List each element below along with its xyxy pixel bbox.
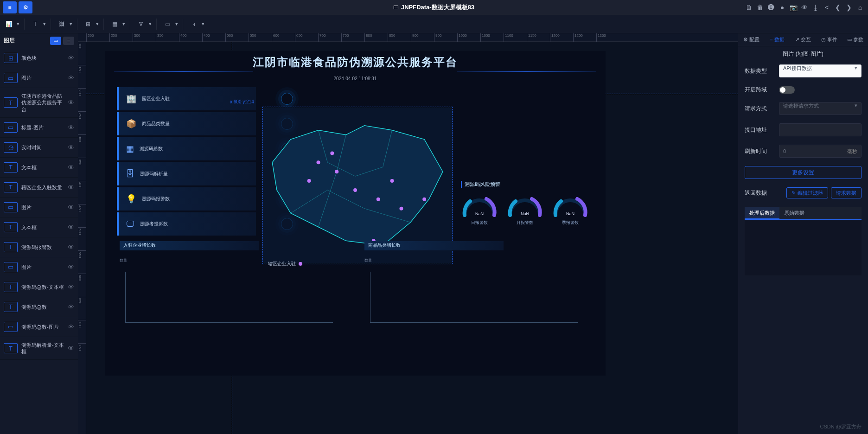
download-icon[interactable]: ⭳ — [811, 2, 821, 13]
home-icon[interactable]: ⌂ — [855, 2, 865, 13]
header-actions: 🗎 🗑 🅒 ● 📷 👁 ⭳ < ❮ ❯ ⌂ — [744, 2, 865, 13]
tab-icon: ◷ — [821, 37, 826, 43]
layer-label: 溯源码总数-文本框 — [21, 284, 64, 290]
map[interactable] — [262, 107, 453, 264]
eye-icon[interactable]: 👁 — [68, 184, 74, 191]
canvas-area[interactable]: 2002503003504004505005506006507007508008… — [78, 33, 738, 434]
layer-label: 溯源码总数-图片 — [21, 324, 64, 330]
tool-chart[interactable]: 📊 — [3, 15, 15, 33]
layer-item[interactable]: ▭图片👁 — [0, 257, 78, 277]
layer-item[interactable]: ▭图片👁 — [0, 198, 78, 217]
props-tab-事件[interactable]: ◷事件 — [816, 33, 842, 46]
layer-type-icon: ▭ — [4, 202, 18, 212]
layer-item[interactable]: ▭标题-图片👁 — [0, 118, 78, 138]
input-url[interactable] — [779, 123, 862, 136]
button-request-data[interactable]: 请求数据 — [831, 187, 862, 198]
layer-view-thumb[interactable]: ▭ — [50, 37, 61, 45]
props-tab-数据[interactable]: ≡数据 — [764, 33, 790, 46]
eye-icon[interactable]: 👁 — [68, 74, 74, 82]
stat-list: 🏢园区企业入驻📦商品品类数量▦溯源码总数🗄溯源码解析量💡溯源码报警数🖵溯源者投诉… — [117, 87, 256, 237]
tab-raw-data[interactable]: 原始数据 — [779, 207, 809, 219]
select-method[interactable]: 请选择请求方式 — [779, 102, 862, 115]
toggle-cors[interactable] — [779, 86, 795, 94]
stat-icon: 🗄 — [126, 169, 134, 179]
eye-icon[interactable]: 👁 — [68, 345, 74, 352]
tool-image[interactable]: 🖼 — [56, 15, 68, 33]
share-icon[interactable]: < — [822, 2, 832, 13]
layer-item[interactable]: T溯源码报警数👁 — [0, 237, 78, 257]
layer-item[interactable]: T江阴市临港食品防伪溯源公共服务平台👁 — [0, 88, 78, 118]
layer-item[interactable]: T溯源码总数-文本框👁 — [0, 277, 78, 297]
stat-row[interactable]: 💡溯源码报警数 — [117, 187, 256, 211]
eye-icon[interactable]: 👁 — [68, 204, 74, 211]
tool-frame[interactable]: ▭ — [161, 15, 173, 33]
layer-label: 溯源码总数 — [21, 304, 64, 310]
props-tab-交互[interactable]: ↗交互 — [790, 33, 816, 46]
eye-icon[interactable]: 👁 — [68, 323, 74, 331]
stat-row[interactable]: ▦溯源码总数 — [117, 137, 256, 160]
eye-icon[interactable]: 👁 — [68, 223, 74, 231]
layer-item[interactable]: T文本框👁 — [0, 158, 78, 178]
layer-type-icon: T — [4, 97, 18, 108]
layer-item[interactable]: ◷实时时间👁 — [0, 138, 78, 158]
trash-icon[interactable]: 🗑 — [755, 2, 765, 13]
app-header: ≡ ⚙ JNPFData-数据大屏模板83 🗎 🗑 🅒 ● 📷 👁 ⭳ < ❮ … — [0, 0, 868, 15]
eye-icon[interactable]: 👁 — [68, 99, 74, 106]
layer-view-list[interactable]: ≡ — [63, 37, 74, 45]
eye-icon[interactable]: 👁 — [68, 124, 74, 131]
tool-text[interactable]: T — [29, 15, 41, 33]
bulb-icon[interactable]: ● — [777, 2, 787, 13]
eye-icon[interactable]: 👁 — [799, 2, 810, 13]
select-data-type[interactable]: API接口数据 — [779, 64, 862, 77]
dashboard-stage[interactable]: 江阴市临港食品防伪溯源公共服务平台 2024-04-02 11:08:31 🏢园… — [105, 51, 606, 376]
layer-label: 图片 — [21, 264, 64, 270]
layer-type-icon: T — [4, 302, 18, 312]
svg-point-1 — [335, 170, 338, 173]
stat-row[interactable]: 📦商品品类数量 — [117, 112, 256, 135]
layer-item[interactable]: ▭溯源码总数-图片👁 — [0, 317, 78, 337]
input-refresh[interactable]: 0毫秒 — [779, 145, 862, 158]
stat-row[interactable]: 🖵溯源者投诉数 — [117, 212, 256, 236]
menu-button[interactable]: ≡ — [3, 1, 17, 13]
button-more-settings[interactable]: 更多设置 — [745, 166, 862, 179]
coordinate-readout: x:600 y:214 — [230, 99, 254, 104]
nav-right-icon[interactable]: ❯ — [844, 2, 854, 13]
layer-item[interactable]: ⊞颜色块👁 — [0, 48, 78, 68]
props-tab-参数[interactable]: ▭参数 — [842, 33, 868, 46]
layer-label: 标题-图片 — [21, 124, 64, 131]
layer-item[interactable]: T溯源码解析量-文本框👁 — [0, 337, 78, 360]
layer-item[interactable]: ▭图片👁 — [0, 68, 78, 88]
props-tab-配置[interactable]: ⚙配置 — [738, 33, 764, 46]
settings-button[interactable]: ⚙ — [19, 1, 32, 13]
tool-brush[interactable]: ⫞ — [188, 15, 200, 33]
layer-type-icon: ⊞ — [4, 53, 18, 63]
dup-icon[interactable]: 🅒 — [766, 2, 776, 13]
eye-icon[interactable]: 👁 — [68, 263, 74, 271]
eye-icon[interactable]: 👁 — [68, 164, 74, 171]
footer-credit: CSDN @罗亚方舟 — [820, 423, 862, 430]
layer-item[interactable]: T辖区企业入驻数量👁 — [0, 178, 78, 198]
doc-icon[interactable]: 🗎 — [744, 2, 754, 13]
stat-row[interactable]: 🏢园区企业入驻 — [117, 87, 256, 110]
stat-row[interactable]: 🗄溯源码解析量 — [117, 162, 256, 185]
tool-table[interactable]: ▦ — [108, 15, 121, 33]
layer-item[interactable]: T溯源码总数👁 — [0, 297, 78, 317]
stat-icon: ▦ — [126, 144, 134, 154]
nav-left-icon[interactable]: ❮ — [833, 2, 843, 13]
eye-icon[interactable]: 👁 — [68, 243, 74, 251]
layer-type-icon: ▭ — [4, 322, 18, 332]
button-edit-filter[interactable]: ✎编辑过滤器 — [786, 187, 828, 198]
layers-panel: 图层 ▭ ≡ ⊞颜色块👁▭图片👁T江阴市临港食品防伪溯源公共服务平台👁▭标题-图… — [0, 33, 78, 434]
tool-group[interactable]: ⊞ — [82, 15, 94, 33]
tab-processed-data[interactable]: 处理后数据 — [745, 207, 779, 219]
eye-icon[interactable]: 👁 — [68, 303, 74, 311]
tool-funnel[interactable]: ∇ — [135, 15, 147, 33]
eye-icon[interactable]: 👁 — [68, 144, 74, 151]
camera-icon[interactable]: 📷 — [788, 2, 798, 13]
layer-type-icon: T — [4, 182, 18, 192]
layer-item[interactable]: T文本框👁 — [0, 217, 78, 237]
layer-label: 溯源码解析量-文本框 — [21, 342, 64, 355]
eye-icon[interactable]: 👁 — [68, 54, 74, 62]
svg-point-2 — [330, 151, 334, 155]
eye-icon[interactable]: 👁 — [68, 283, 74, 291]
